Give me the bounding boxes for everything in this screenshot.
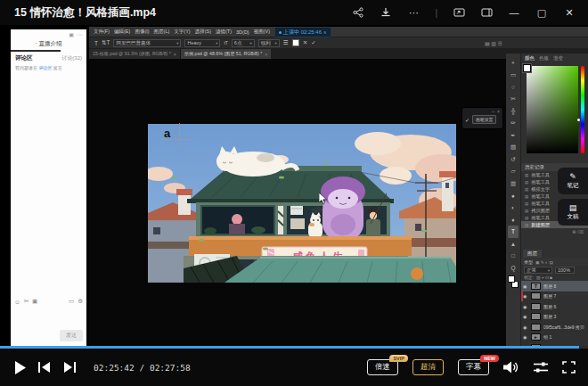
type-tool[interactable]: T — [508, 226, 519, 238]
layer-filter-icons[interactable]: ▣ ✎ ◐ ▤ — [535, 260, 553, 265]
layer-row-text[interactable]: ◉ T 图层 8 — [521, 281, 588, 292]
eyedropper-tool[interactable]: ╬ — [508, 105, 519, 118]
quality-button[interactable]: 超清 — [412, 359, 444, 375]
cancel-edit-icon[interactable]: ✕ — [303, 39, 307, 46]
visibility-eye-icon[interactable]: ◉ — [523, 334, 528, 340]
menu-layer[interactable]: 图层(L) — [154, 29, 170, 35]
menu-file[interactable]: 文件(F) — [94, 29, 110, 35]
chat-popout-icon[interactable]: ▣ — [69, 31, 74, 37]
fullscreen-icon[interactable] — [562, 361, 576, 374]
font-style-select[interactable]: Heavy▾ — [184, 39, 220, 47]
blend-mode-select[interactable]: 正常▾ — [524, 267, 552, 274]
text-color-swatch[interactable] — [292, 39, 299, 46]
doc-tab-2[interactable]: 示例.psd @ 48.6% (图层 51, RGB/8) *× — [181, 49, 271, 59]
visibility-eye-icon[interactable]: ◉ — [523, 293, 528, 299]
history-brush-tool[interactable]: ↺ — [508, 153, 519, 166]
panel-close-icon[interactable]: × — [497, 110, 500, 113]
message-icon[interactable]: ▭ — [69, 298, 74, 305]
maximize-icon[interactable]: ▢ — [535, 6, 548, 19]
foreground-background-swatches[interactable] — [508, 275, 519, 288]
class-status-badge[interactable]: 上课中 02:25:46 ∧ — [274, 27, 331, 37]
tab-gradients[interactable]: 渐变 — [553, 55, 563, 62]
settings-sliders-icon[interactable] — [534, 362, 548, 373]
menu-edit[interactable]: 编辑(E) — [114, 29, 130, 35]
play-button[interactable] — [14, 361, 26, 374]
gradient-tool[interactable]: ▥ — [508, 177, 519, 190]
subtitle-button[interactable]: 字幕 NEW — [458, 359, 489, 375]
brush-settings-button[interactable]: 画笔设置 — [472, 115, 496, 124]
zoom-tool[interactable]: Q — [508, 262, 519, 275]
tab-swatches[interactable]: 色板 — [539, 55, 549, 62]
layer-row[interactable]: ◉ 09f5caf6...3de9 拷贝 — [521, 322, 588, 333]
brush-tool[interactable]: ✒ — [508, 129, 519, 142]
align-icons[interactable]: ☰ — [283, 39, 289, 46]
layer-row[interactable]: ◉ 图层 6 — [521, 301, 588, 312]
menu-image[interactable]: 图像(I) — [135, 29, 149, 35]
tab-color[interactable]: 颜色 — [525, 55, 535, 62]
download-icon[interactable] — [380, 6, 392, 19]
shape-tool[interactable]: □ — [508, 250, 519, 262]
minimize-icon[interactable]: — — [508, 6, 520, 19]
layer-row-group[interactable]: ◉ ▸ 组 1 — [521, 333, 588, 343]
menu-view[interactable]: 视图(V) — [254, 29, 270, 35]
lasso-tool[interactable]: ○ — [508, 81, 519, 94]
text-orientation-icon[interactable]: ⇅T — [102, 39, 110, 46]
chat-settings-icon[interactable]: ⚙ — [78, 298, 83, 305]
blur-tool[interactable]: ● — [508, 190, 519, 202]
tab-discussion[interactable]: 讨论(32) — [61, 54, 82, 62]
visibility-eye-icon[interactable]: ◉ — [523, 304, 528, 309]
mini-player-icon[interactable] — [453, 6, 465, 19]
layer-row[interactable]: ◉ 图层 3 — [521, 312, 588, 323]
workspace-icons[interactable]: ▤ ▥ ☰ — [485, 40, 502, 46]
previous-episode-button[interactable] — [38, 362, 51, 373]
menu-select[interactable]: 选择(S) — [195, 29, 211, 35]
tab-comments[interactable]: 评论区 — [15, 54, 33, 62]
next-episode-button[interactable] — [63, 362, 76, 373]
move-tool[interactable]: + — [508, 57, 519, 70]
marquee-tool[interactable]: ▭ — [508, 70, 519, 82]
chat-notice-link[interactable]: 评论区 — [38, 65, 52, 70]
font-family-select[interactable]: 阿里巴巴普惠体▾ — [113, 39, 181, 47]
lock-icons[interactable]: ▨ + ⊡ ■ — [536, 275, 552, 280]
pen-tool[interactable]: ♦ — [508, 214, 519, 226]
notes-button[interactable]: ✎ 笔记 — [558, 168, 588, 194]
panel-minimize-icon[interactable]: – — [492, 110, 494, 113]
healing-tool[interactable]: ✏ — [508, 118, 519, 130]
close-icon[interactable]: ✕ — [563, 6, 576, 19]
stamp-tool[interactable]: ▨ — [508, 142, 519, 154]
dodge-tool[interactable]: ◐ — [508, 201, 519, 214]
eraser-tool[interactable]: ▱ — [508, 166, 519, 178]
chat-message-list[interactable] — [11, 73, 86, 296]
current-color-swatch[interactable] — [523, 64, 531, 72]
share-icon[interactable] — [352, 6, 364, 19]
image-icon[interactable]: ▣ — [32, 298, 37, 305]
visibility-eye-icon[interactable]: ◉ — [523, 314, 528, 319]
brush-check-icon[interactable]: ✓ — [465, 117, 470, 123]
volume-icon[interactable] — [503, 361, 519, 374]
chat-more-icon[interactable]: ⋯ — [78, 31, 83, 37]
commit-edit-icon[interactable]: ✓ — [311, 39, 315, 46]
emoji-icon[interactable]: ☺ — [14, 299, 20, 305]
saturation-brightness-field[interactable] — [527, 66, 578, 153]
crop-tool[interactable]: ✄ — [508, 94, 519, 106]
doc-tab-1[interactable]: 15-模板.psd @ 91.3% (拼图, RGB/8) *× — [89, 49, 181, 59]
screenshot-icon[interactable]: ✄ — [24, 298, 29, 305]
layer-row[interactable]: ◉ 图层 7 — [521, 292, 588, 302]
opacity-select[interactable]: 100% — [555, 267, 575, 274]
visibility-eye-icon[interactable]: ◉ — [523, 324, 528, 330]
hue-slider[interactable] — [581, 66, 584, 153]
more-icon[interactable]: ⋯ — [407, 6, 420, 19]
menu-type[interactable]: 文字(Y) — [174, 29, 190, 35]
video-frame[interactable]: ▣ ⋯ · 直播介绍 评论区 讨论(32) 有问题请在 评论区 留言 ☺ ✄ ▣… — [0, 25, 588, 346]
font-size-select[interactable]: 6点▾ — [232, 39, 255, 47]
chat-input[interactable] — [11, 307, 86, 330]
antialias-select[interactable]: 锐利▾ — [258, 39, 280, 47]
visibility-eye-icon[interactable]: ◉ — [523, 283, 528, 289]
menu-3d[interactable]: 3D(D) — [236, 29, 249, 35]
sidebar-toggle-icon[interactable] — [480, 6, 493, 19]
menu-filter[interactable]: 滤镜(T) — [216, 29, 232, 35]
ps-canvas[interactable]: 咸鱼人生 — [89, 59, 506, 346]
send-button[interactable]: 发送 — [60, 330, 83, 341]
playback-speed-button[interactable]: 倍速 SVIP — [367, 359, 398, 375]
history-panel-footer[interactable]: ⊞ ⌫ — [521, 228, 588, 235]
